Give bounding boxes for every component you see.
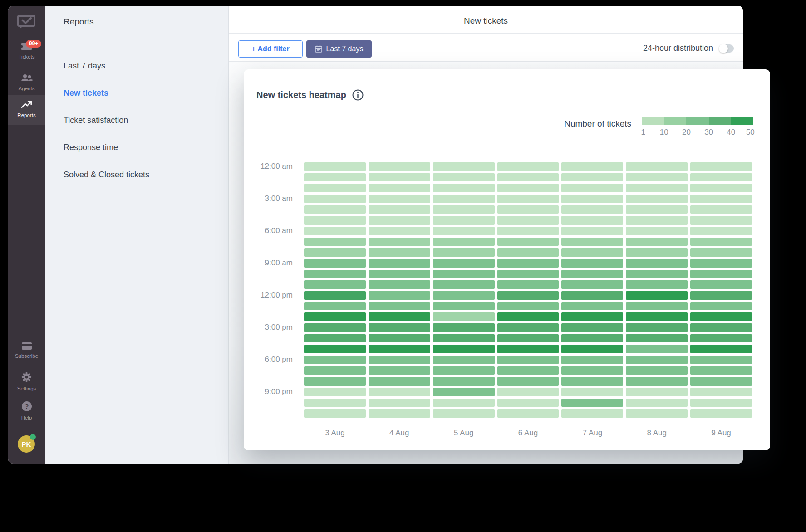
heatmap-cell[interactable]: [626, 302, 688, 311]
heatmap-cell[interactable]: [561, 259, 623, 268]
heatmap-cell[interactable]: [690, 259, 752, 268]
heatmap-cell[interactable]: [369, 227, 430, 235]
heatmap-cell[interactable]: [561, 388, 623, 396]
sidebar-item-subscribe[interactable]: Subscribe: [8, 342, 45, 359]
heatmap-cell[interactable]: [433, 195, 495, 203]
heatmap-cell[interactable]: [304, 205, 366, 214]
heatmap-cell[interactable]: [433, 248, 495, 257]
heatmap-cell[interactable]: [561, 184, 623, 192]
heatmap-cell[interactable]: [304, 291, 366, 300]
heatmap-cell[interactable]: [497, 184, 559, 192]
heatmap-cell[interactable]: [561, 323, 623, 332]
heatmap-cell[interactable]: [433, 280, 495, 289]
heatmap-cell[interactable]: [433, 399, 495, 407]
heatmap-cell[interactable]: [369, 409, 430, 418]
heatmap-cell[interactable]: [497, 323, 559, 332]
heatmap-cell[interactable]: [497, 388, 559, 396]
heatmap-cell[interactable]: [497, 259, 559, 268]
heatmap-cell[interactable]: [690, 270, 752, 278]
heatmap-cell[interactable]: [690, 205, 752, 214]
heatmap-cell[interactable]: [497, 302, 559, 311]
24-hour-distribution-toggle[interactable]: [719, 44, 734, 53]
heatmap-cell[interactable]: [690, 173, 752, 182]
heatmap-cell[interactable]: [497, 345, 559, 353]
heatmap-cell[interactable]: [433, 366, 495, 375]
heatmap-cell[interactable]: [690, 356, 752, 364]
heatmap-cell[interactable]: [304, 399, 366, 407]
heatmap-cell[interactable]: [626, 388, 688, 396]
heatmap-cell[interactable]: [497, 409, 559, 418]
sidebar-item-tickets[interactable]: 99+ Tickets: [8, 40, 45, 68]
heatmap-cell[interactable]: [561, 291, 623, 300]
heatmap-cell[interactable]: [433, 259, 495, 268]
heatmap-cell[interactable]: [304, 334, 366, 343]
heatmap-cell[interactable]: [369, 366, 430, 375]
heatmap-cell[interactable]: [433, 334, 495, 343]
heatmap-cell[interactable]: [433, 377, 495, 386]
heatmap-cell[interactable]: [433, 162, 495, 171]
heatmap-cell[interactable]: [561, 173, 623, 182]
heatmap-cell[interactable]: [304, 162, 366, 171]
heatmap-cell[interactable]: [304, 409, 366, 418]
heatmap-cell[interactable]: [690, 345, 752, 353]
heatmap-cell[interactable]: [626, 345, 688, 353]
heatmap-cell[interactable]: [433, 227, 495, 235]
heatmap-cell[interactable]: [369, 259, 430, 268]
heatmap-cell[interactable]: [497, 173, 559, 182]
heatmap-cell[interactable]: [369, 291, 430, 300]
heatmap-cell[interactable]: [304, 366, 366, 375]
heatmap-cell[interactable]: [690, 162, 752, 171]
heatmap-cell[interactable]: [304, 356, 366, 364]
heatmap-cell[interactable]: [690, 366, 752, 375]
heatmap-cell[interactable]: [304, 377, 366, 386]
heatmap-cell[interactable]: [433, 205, 495, 214]
heatmap-cell[interactable]: [304, 345, 366, 353]
heatmap-cell[interactable]: [369, 270, 430, 278]
heatmap-cell[interactable]: [369, 280, 430, 289]
heatmap-cell[interactable]: [690, 399, 752, 407]
add-filter-button[interactable]: + Add filter: [238, 40, 303, 58]
heatmap-cell[interactable]: [561, 312, 623, 321]
heatmap-cell[interactable]: [433, 409, 495, 418]
heatmap-cell[interactable]: [497, 205, 559, 214]
heatmap-cell[interactable]: [626, 399, 688, 407]
heatmap-cell[interactable]: [561, 270, 623, 278]
heatmap-cell[interactable]: [369, 377, 430, 386]
heatmap-cell[interactable]: [369, 302, 430, 311]
heatmap-cell[interactable]: [626, 173, 688, 182]
heatmap-cell[interactable]: [369, 248, 430, 257]
heatmap-cell[interactable]: [433, 270, 495, 278]
heatmap-cell[interactable]: [497, 270, 559, 278]
heatmap-cell[interactable]: [690, 312, 752, 321]
sidebar-item-settings[interactable]: Settings: [8, 372, 45, 391]
heatmap-cell[interactable]: [626, 227, 688, 235]
heatmap-cell[interactable]: [690, 291, 752, 300]
heatmap-cell[interactable]: [626, 205, 688, 214]
heatmap-cell[interactable]: [690, 195, 752, 203]
sidebar-item-help[interactable]: ? Help: [8, 401, 45, 420]
heatmap-cell[interactable]: [626, 238, 688, 246]
sidebar-item-reports[interactable]: Reports: [8, 95, 45, 125]
heatmap-cell[interactable]: [497, 366, 559, 375]
heatmap-cell[interactable]: [497, 195, 559, 203]
heatmap-cell[interactable]: [369, 312, 430, 321]
heatmap-cell[interactable]: [626, 377, 688, 386]
heatmap-cell[interactable]: [561, 227, 623, 235]
heatmap-cell[interactable]: [369, 238, 430, 246]
heatmap-cell[interactable]: [304, 312, 366, 321]
heatmap-cell[interactable]: [433, 173, 495, 182]
heatmap-cell[interactable]: [561, 345, 623, 353]
heatmap-cell[interactable]: [497, 227, 559, 235]
heatmap-cell[interactable]: [626, 216, 688, 225]
heatmap-cell[interactable]: [433, 312, 495, 321]
heatmap-cell[interactable]: [626, 334, 688, 343]
heatmap-cell[interactable]: [497, 248, 559, 257]
heatmap-cell[interactable]: [626, 323, 688, 332]
heatmap-cell[interactable]: [626, 366, 688, 375]
heatmap-cell[interactable]: [433, 291, 495, 300]
heatmap-cell[interactable]: [304, 173, 366, 182]
heatmap-cell[interactable]: [497, 162, 559, 171]
heatmap-cell[interactable]: [690, 216, 752, 225]
heatmap-cell[interactable]: [561, 238, 623, 246]
heatmap-cell[interactable]: [561, 366, 623, 375]
